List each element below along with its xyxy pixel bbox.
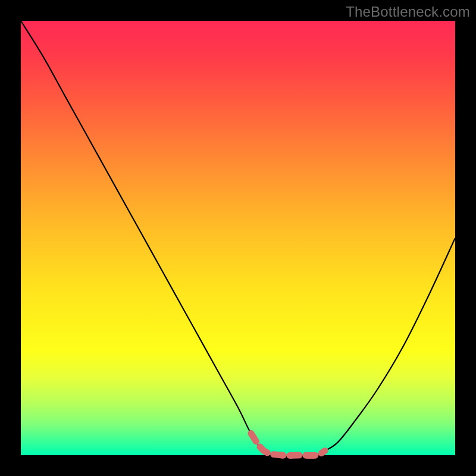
bottleneck-curve-path bbox=[21, 21, 455, 456]
chart-frame: TheBottleneck.com bbox=[0, 0, 476, 476]
watermark-label: TheBottleneck.com bbox=[346, 4, 470, 20]
curve-svg bbox=[21, 21, 455, 455]
plot-area bbox=[21, 21, 455, 455]
highlight-segment-path bbox=[251, 434, 325, 456]
